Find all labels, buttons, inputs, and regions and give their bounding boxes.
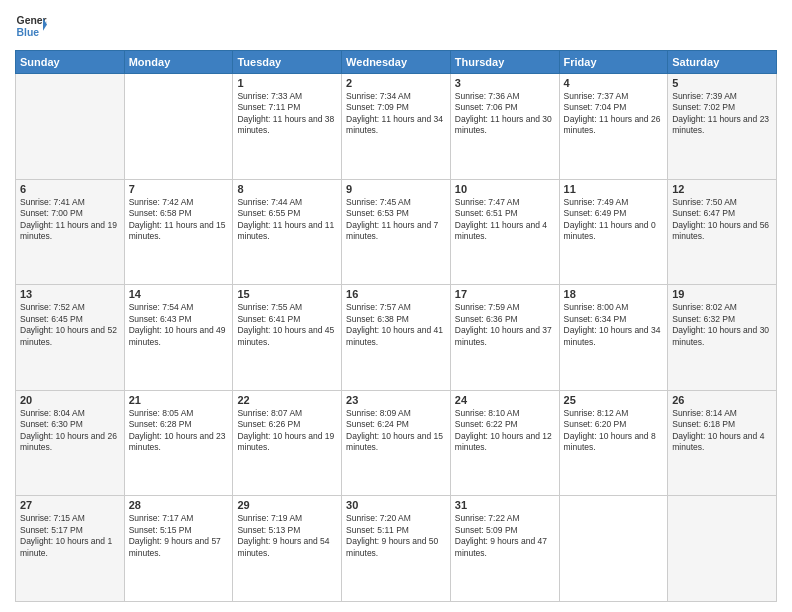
calendar-cell: 2Sunrise: 7:34 AM Sunset: 7:09 PM Daylig… [342, 74, 451, 180]
day-info: Sunrise: 7:33 AM Sunset: 7:11 PM Dayligh… [237, 91, 337, 137]
calendar-cell: 4Sunrise: 7:37 AM Sunset: 7:04 PM Daylig… [559, 74, 668, 180]
calendar-cell: 6Sunrise: 7:41 AM Sunset: 7:00 PM Daylig… [16, 179, 125, 285]
day-number: 25 [564, 394, 664, 406]
day-info: Sunrise: 8:00 AM Sunset: 6:34 PM Dayligh… [564, 302, 664, 348]
logo-icon: General Blue [15, 10, 47, 42]
day-number: 14 [129, 288, 229, 300]
day-number: 22 [237, 394, 337, 406]
day-info: Sunrise: 8:12 AM Sunset: 6:20 PM Dayligh… [564, 408, 664, 454]
day-info: Sunrise: 8:05 AM Sunset: 6:28 PM Dayligh… [129, 408, 229, 454]
calendar-week-5: 27Sunrise: 7:15 AM Sunset: 5:17 PM Dayli… [16, 496, 777, 602]
day-info: Sunrise: 8:02 AM Sunset: 6:32 PM Dayligh… [672, 302, 772, 348]
day-number: 31 [455, 499, 555, 511]
calendar-cell: 1Sunrise: 7:33 AM Sunset: 7:11 PM Daylig… [233, 74, 342, 180]
calendar-week-1: 1Sunrise: 7:33 AM Sunset: 7:11 PM Daylig… [16, 74, 777, 180]
day-info: Sunrise: 7:42 AM Sunset: 6:58 PM Dayligh… [129, 197, 229, 243]
calendar-week-3: 13Sunrise: 7:52 AM Sunset: 6:45 PM Dayli… [16, 285, 777, 391]
calendar-cell: 12Sunrise: 7:50 AM Sunset: 6:47 PM Dayli… [668, 179, 777, 285]
calendar-cell: 14Sunrise: 7:54 AM Sunset: 6:43 PM Dayli… [124, 285, 233, 391]
day-number: 9 [346, 183, 446, 195]
calendar-cell: 22Sunrise: 8:07 AM Sunset: 6:26 PM Dayli… [233, 390, 342, 496]
logo: General Blue [15, 10, 47, 42]
day-number: 2 [346, 77, 446, 89]
calendar-cell: 11Sunrise: 7:49 AM Sunset: 6:49 PM Dayli… [559, 179, 668, 285]
day-number: 8 [237, 183, 337, 195]
day-number: 5 [672, 77, 772, 89]
day-number: 11 [564, 183, 664, 195]
day-number: 29 [237, 499, 337, 511]
calendar-header-wednesday: Wednesday [342, 51, 451, 74]
day-info: Sunrise: 7:57 AM Sunset: 6:38 PM Dayligh… [346, 302, 446, 348]
day-number: 7 [129, 183, 229, 195]
calendar-header-thursday: Thursday [450, 51, 559, 74]
calendar-week-2: 6Sunrise: 7:41 AM Sunset: 7:00 PM Daylig… [16, 179, 777, 285]
day-number: 30 [346, 499, 446, 511]
calendar-header-monday: Monday [124, 51, 233, 74]
day-number: 10 [455, 183, 555, 195]
calendar-cell: 24Sunrise: 8:10 AM Sunset: 6:22 PM Dayli… [450, 390, 559, 496]
day-info: Sunrise: 7:20 AM Sunset: 5:11 PM Dayligh… [346, 513, 446, 559]
calendar-week-4: 20Sunrise: 8:04 AM Sunset: 6:30 PM Dayli… [16, 390, 777, 496]
day-info: Sunrise: 8:10 AM Sunset: 6:22 PM Dayligh… [455, 408, 555, 454]
calendar-header-saturday: Saturday [668, 51, 777, 74]
svg-text:Blue: Blue [17, 27, 40, 38]
day-number: 18 [564, 288, 664, 300]
day-number: 17 [455, 288, 555, 300]
calendar-cell: 27Sunrise: 7:15 AM Sunset: 5:17 PM Dayli… [16, 496, 125, 602]
calendar-cell: 25Sunrise: 8:12 AM Sunset: 6:20 PM Dayli… [559, 390, 668, 496]
day-number: 1 [237, 77, 337, 89]
calendar-cell [16, 74, 125, 180]
day-info: Sunrise: 7:44 AM Sunset: 6:55 PM Dayligh… [237, 197, 337, 243]
day-info: Sunrise: 7:15 AM Sunset: 5:17 PM Dayligh… [20, 513, 120, 559]
calendar-cell: 23Sunrise: 8:09 AM Sunset: 6:24 PM Dayli… [342, 390, 451, 496]
day-info: Sunrise: 7:52 AM Sunset: 6:45 PM Dayligh… [20, 302, 120, 348]
day-info: Sunrise: 7:17 AM Sunset: 5:15 PM Dayligh… [129, 513, 229, 559]
day-number: 28 [129, 499, 229, 511]
day-number: 20 [20, 394, 120, 406]
day-info: Sunrise: 7:55 AM Sunset: 6:41 PM Dayligh… [237, 302, 337, 348]
calendar-header-row: SundayMondayTuesdayWednesdayThursdayFrid… [16, 51, 777, 74]
day-info: Sunrise: 8:07 AM Sunset: 6:26 PM Dayligh… [237, 408, 337, 454]
day-info: Sunrise: 7:22 AM Sunset: 5:09 PM Dayligh… [455, 513, 555, 559]
calendar-cell: 9Sunrise: 7:45 AM Sunset: 6:53 PM Daylig… [342, 179, 451, 285]
day-number: 16 [346, 288, 446, 300]
calendar-cell: 8Sunrise: 7:44 AM Sunset: 6:55 PM Daylig… [233, 179, 342, 285]
calendar: SundayMondayTuesdayWednesdayThursdayFrid… [15, 50, 777, 602]
day-number: 21 [129, 394, 229, 406]
calendar-cell: 31Sunrise: 7:22 AM Sunset: 5:09 PM Dayli… [450, 496, 559, 602]
calendar-cell: 20Sunrise: 8:04 AM Sunset: 6:30 PM Dayli… [16, 390, 125, 496]
day-info: Sunrise: 7:50 AM Sunset: 6:47 PM Dayligh… [672, 197, 772, 243]
page: General Blue SundayMondayTuesdayWednesda… [0, 0, 792, 612]
day-number: 13 [20, 288, 120, 300]
day-number: 3 [455, 77, 555, 89]
header: General Blue [15, 10, 777, 42]
day-info: Sunrise: 7:39 AM Sunset: 7:02 PM Dayligh… [672, 91, 772, 137]
day-info: Sunrise: 7:59 AM Sunset: 6:36 PM Dayligh… [455, 302, 555, 348]
day-info: Sunrise: 7:41 AM Sunset: 7:00 PM Dayligh… [20, 197, 120, 243]
calendar-header-friday: Friday [559, 51, 668, 74]
calendar-cell: 21Sunrise: 8:05 AM Sunset: 6:28 PM Dayli… [124, 390, 233, 496]
calendar-header-sunday: Sunday [16, 51, 125, 74]
day-info: Sunrise: 7:54 AM Sunset: 6:43 PM Dayligh… [129, 302, 229, 348]
day-info: Sunrise: 8:09 AM Sunset: 6:24 PM Dayligh… [346, 408, 446, 454]
calendar-cell: 15Sunrise: 7:55 AM Sunset: 6:41 PM Dayli… [233, 285, 342, 391]
calendar-cell: 30Sunrise: 7:20 AM Sunset: 5:11 PM Dayli… [342, 496, 451, 602]
day-number: 23 [346, 394, 446, 406]
day-info: Sunrise: 8:14 AM Sunset: 6:18 PM Dayligh… [672, 408, 772, 454]
day-info: Sunrise: 7:49 AM Sunset: 6:49 PM Dayligh… [564, 197, 664, 243]
calendar-cell: 17Sunrise: 7:59 AM Sunset: 6:36 PM Dayli… [450, 285, 559, 391]
day-info: Sunrise: 7:34 AM Sunset: 7:09 PM Dayligh… [346, 91, 446, 137]
day-number: 12 [672, 183, 772, 195]
calendar-cell: 16Sunrise: 7:57 AM Sunset: 6:38 PM Dayli… [342, 285, 451, 391]
calendar-cell: 26Sunrise: 8:14 AM Sunset: 6:18 PM Dayli… [668, 390, 777, 496]
calendar-cell: 3Sunrise: 7:36 AM Sunset: 7:06 PM Daylig… [450, 74, 559, 180]
calendar-header-tuesday: Tuesday [233, 51, 342, 74]
calendar-cell: 13Sunrise: 7:52 AM Sunset: 6:45 PM Dayli… [16, 285, 125, 391]
day-number: 4 [564, 77, 664, 89]
day-info: Sunrise: 7:47 AM Sunset: 6:51 PM Dayligh… [455, 197, 555, 243]
calendar-cell [668, 496, 777, 602]
calendar-cell: 7Sunrise: 7:42 AM Sunset: 6:58 PM Daylig… [124, 179, 233, 285]
day-number: 6 [20, 183, 120, 195]
calendar-cell: 10Sunrise: 7:47 AM Sunset: 6:51 PM Dayli… [450, 179, 559, 285]
day-number: 26 [672, 394, 772, 406]
